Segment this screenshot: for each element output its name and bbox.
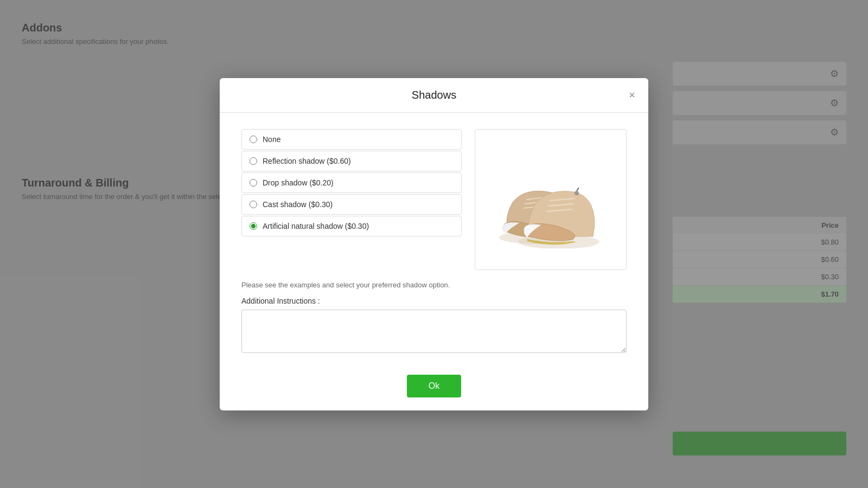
option-none[interactable]: None	[241, 129, 462, 150]
modal-footer: Ok	[220, 366, 648, 410]
instructions-label: Additional Instructions :	[241, 297, 627, 305]
svg-line-9	[577, 188, 579, 191]
modal-body: None Reflection shadow ($0.60) Drop shad…	[220, 113, 648, 366]
option-drop-label: Drop shadow ($0.20)	[263, 178, 334, 187]
shadows-modal: Shadows × None Reflection shadow ($0.60)	[220, 78, 648, 410]
option-artificial[interactable]: Artificial natural shadow ($0.30)	[241, 216, 462, 236]
modal-title: Shadows	[412, 89, 456, 101]
shadow-preview-box	[475, 129, 627, 270]
option-cast[interactable]: Cast shadow ($0.30)	[241, 194, 462, 215]
option-reflection[interactable]: Reflection shadow ($0.60)	[241, 151, 462, 171]
option-artificial-label: Artificial natural shadow ($0.30)	[263, 222, 369, 230]
shoe-preview-image	[491, 151, 610, 248]
radio-none[interactable]	[250, 136, 257, 143]
radio-drop[interactable]	[250, 179, 257, 187]
option-reflection-label: Reflection shadow ($0.60)	[263, 157, 351, 165]
modal-close-button[interactable]: ×	[627, 87, 637, 102]
modal-overlay: Shadows × None Reflection shadow ($0.60)	[0, 0, 868, 488]
radio-reflection[interactable]	[250, 157, 257, 165]
radio-options-list: None Reflection shadow ($0.60) Drop shad…	[241, 129, 462, 270]
instructions-textarea[interactable]	[241, 310, 627, 353]
svg-point-8	[575, 191, 579, 195]
modal-header: Shadows ×	[220, 78, 648, 113]
hint-text: Please see the examples and select your …	[241, 281, 627, 289]
radio-artificial[interactable]	[250, 222, 257, 230]
shadow-options-area: None Reflection shadow ($0.60) Drop shad…	[241, 129, 627, 270]
option-none-label: None	[263, 135, 280, 144]
radio-cast[interactable]	[250, 201, 257, 208]
ok-button[interactable]: Ok	[407, 375, 461, 397]
option-cast-label: Cast shadow ($0.30)	[263, 200, 333, 209]
option-drop[interactable]: Drop shadow ($0.20)	[241, 172, 462, 193]
